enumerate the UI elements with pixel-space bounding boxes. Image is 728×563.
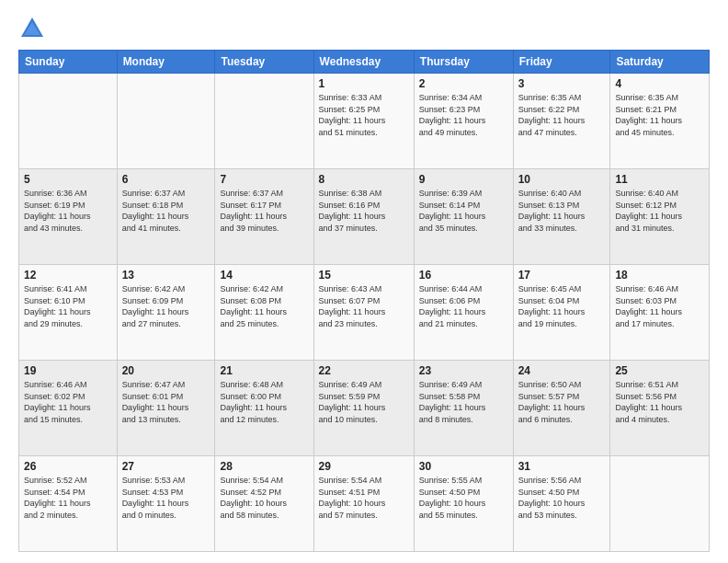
- day-info: Sunrise: 6:50 AM Sunset: 5:57 PM Dayligh…: [518, 379, 606, 425]
- day-number: 7: [220, 173, 308, 186]
- day-info: Sunrise: 6:33 AM Sunset: 6:25 PM Dayligh…: [319, 92, 409, 138]
- day-info: Sunrise: 6:43 AM Sunset: 6:07 PM Dayligh…: [319, 283, 409, 329]
- week-row-1: 1Sunrise: 6:33 AM Sunset: 6:25 PM Daylig…: [19, 74, 710, 169]
- day-cell: 1Sunrise: 6:33 AM Sunset: 6:25 PM Daylig…: [313, 74, 414, 169]
- day-number: 19: [24, 364, 112, 377]
- day-cell: 22Sunrise: 6:49 AM Sunset: 5:59 PM Dayli…: [313, 361, 414, 456]
- day-info: Sunrise: 6:35 AM Sunset: 6:21 PM Dayligh…: [615, 92, 704, 138]
- day-number: 30: [419, 460, 508, 473]
- day-info: Sunrise: 5:54 AM Sunset: 4:52 PM Dayligh…: [220, 475, 308, 521]
- day-info: Sunrise: 6:40 AM Sunset: 6:12 PM Dayligh…: [615, 188, 704, 234]
- day-number: 24: [518, 364, 606, 377]
- logo-icon: [18, 15, 46, 42]
- weekday-header-thursday: Thursday: [414, 51, 513, 74]
- day-cell: 30Sunrise: 5:55 AM Sunset: 4:50 PM Dayli…: [414, 456, 513, 552]
- day-number: 5: [24, 173, 112, 186]
- day-cell: 13Sunrise: 6:42 AM Sunset: 6:09 PM Dayli…: [117, 265, 215, 361]
- day-cell: 18Sunrise: 6:46 AM Sunset: 6:03 PM Dayli…: [610, 265, 710, 361]
- day-info: Sunrise: 6:38 AM Sunset: 6:16 PM Dayligh…: [319, 188, 409, 234]
- day-number: 16: [419, 269, 508, 282]
- day-info: Sunrise: 6:36 AM Sunset: 6:19 PM Dayligh…: [24, 188, 112, 234]
- day-cell: 23Sunrise: 6:49 AM Sunset: 5:58 PM Dayli…: [414, 361, 513, 456]
- weekday-header-friday: Friday: [513, 51, 610, 74]
- header: [18, 15, 710, 42]
- day-number: 2: [419, 77, 508, 90]
- day-info: Sunrise: 6:42 AM Sunset: 6:08 PM Dayligh…: [220, 283, 308, 329]
- day-info: Sunrise: 5:54 AM Sunset: 4:51 PM Dayligh…: [319, 475, 409, 521]
- day-number: 9: [419, 173, 508, 186]
- day-info: Sunrise: 6:49 AM Sunset: 5:58 PM Dayligh…: [419, 379, 508, 425]
- day-cell: 29Sunrise: 5:54 AM Sunset: 4:51 PM Dayli…: [313, 456, 414, 552]
- calendar-table: SundayMondayTuesdayWednesdayThursdayFrid…: [18, 50, 710, 552]
- day-number: 14: [220, 269, 308, 282]
- logo: [18, 15, 50, 42]
- day-cell: 4Sunrise: 6:35 AM Sunset: 6:21 PM Daylig…: [610, 74, 710, 169]
- day-cell: 20Sunrise: 6:47 AM Sunset: 6:01 PM Dayli…: [117, 361, 215, 456]
- day-cell: 27Sunrise: 5:53 AM Sunset: 4:53 PM Dayli…: [117, 456, 215, 552]
- day-cell: 15Sunrise: 6:43 AM Sunset: 6:07 PM Dayli…: [313, 265, 414, 361]
- day-cell: 6Sunrise: 6:37 AM Sunset: 6:18 PM Daylig…: [117, 169, 215, 265]
- day-cell: [215, 74, 313, 169]
- day-cell: 9Sunrise: 6:39 AM Sunset: 6:14 PM Daylig…: [414, 169, 513, 265]
- weekday-header-wednesday: Wednesday: [313, 51, 414, 74]
- week-row-5: 26Sunrise: 5:52 AM Sunset: 4:54 PM Dayli…: [19, 456, 710, 552]
- day-info: Sunrise: 6:41 AM Sunset: 6:10 PM Dayligh…: [24, 283, 112, 329]
- day-cell: 17Sunrise: 6:45 AM Sunset: 6:04 PM Dayli…: [513, 265, 610, 361]
- week-row-2: 5Sunrise: 6:36 AM Sunset: 6:19 PM Daylig…: [19, 169, 710, 265]
- day-info: Sunrise: 5:53 AM Sunset: 4:53 PM Dayligh…: [122, 475, 210, 521]
- day-info: Sunrise: 6:40 AM Sunset: 6:13 PM Dayligh…: [518, 188, 606, 234]
- day-cell: 7Sunrise: 6:37 AM Sunset: 6:17 PM Daylig…: [215, 169, 313, 265]
- day-cell: 24Sunrise: 6:50 AM Sunset: 5:57 PM Dayli…: [513, 361, 610, 456]
- weekday-header-monday: Monday: [117, 51, 215, 74]
- day-number: 11: [615, 173, 704, 186]
- day-cell: 5Sunrise: 6:36 AM Sunset: 6:19 PM Daylig…: [19, 169, 118, 265]
- day-number: 17: [518, 269, 606, 282]
- day-cell: 16Sunrise: 6:44 AM Sunset: 6:06 PM Dayli…: [414, 265, 513, 361]
- day-number: 13: [122, 269, 210, 282]
- day-info: Sunrise: 5:52 AM Sunset: 4:54 PM Dayligh…: [24, 475, 112, 521]
- day-info: Sunrise: 6:49 AM Sunset: 5:59 PM Dayligh…: [319, 379, 409, 425]
- day-cell: [19, 74, 118, 169]
- day-info: Sunrise: 6:37 AM Sunset: 6:17 PM Dayligh…: [220, 188, 308, 234]
- day-info: Sunrise: 6:45 AM Sunset: 6:04 PM Dayligh…: [518, 283, 606, 329]
- day-cell: 26Sunrise: 5:52 AM Sunset: 4:54 PM Dayli…: [19, 456, 118, 552]
- day-cell: 10Sunrise: 6:40 AM Sunset: 6:13 PM Dayli…: [513, 169, 610, 265]
- day-info: Sunrise: 6:48 AM Sunset: 6:00 PM Dayligh…: [220, 379, 308, 425]
- day-cell: 25Sunrise: 6:51 AM Sunset: 5:56 PM Dayli…: [610, 361, 710, 456]
- day-number: 29: [319, 460, 409, 473]
- day-cell: [117, 74, 215, 169]
- weekday-header-tuesday: Tuesday: [215, 51, 313, 74]
- day-number: 20: [122, 364, 210, 377]
- day-cell: 11Sunrise: 6:40 AM Sunset: 6:12 PM Dayli…: [610, 169, 710, 265]
- day-number: 4: [615, 77, 704, 90]
- day-number: 6: [122, 173, 210, 186]
- day-info: Sunrise: 6:47 AM Sunset: 6:01 PM Dayligh…: [122, 379, 210, 425]
- day-info: Sunrise: 6:35 AM Sunset: 6:22 PM Dayligh…: [518, 92, 606, 138]
- week-row-4: 19Sunrise: 6:46 AM Sunset: 6:02 PM Dayli…: [19, 361, 710, 456]
- day-cell: 19Sunrise: 6:46 AM Sunset: 6:02 PM Dayli…: [19, 361, 118, 456]
- week-row-3: 12Sunrise: 6:41 AM Sunset: 6:10 PM Dayli…: [19, 265, 710, 361]
- day-number: 21: [220, 364, 308, 377]
- weekday-header-saturday: Saturday: [610, 51, 710, 74]
- day-number: 31: [518, 460, 606, 473]
- day-number: 1: [319, 77, 409, 90]
- day-info: Sunrise: 6:42 AM Sunset: 6:09 PM Dayligh…: [122, 283, 210, 329]
- day-info: Sunrise: 6:44 AM Sunset: 6:06 PM Dayligh…: [419, 283, 508, 329]
- day-cell: 21Sunrise: 6:48 AM Sunset: 6:00 PM Dayli…: [215, 361, 313, 456]
- day-number: 22: [319, 364, 409, 377]
- day-info: Sunrise: 5:56 AM Sunset: 4:50 PM Dayligh…: [518, 475, 606, 521]
- day-number: 12: [24, 269, 112, 282]
- day-cell: 12Sunrise: 6:41 AM Sunset: 6:10 PM Dayli…: [19, 265, 118, 361]
- day-number: 8: [319, 173, 409, 186]
- page: SundayMondayTuesdayWednesdayThursdayFrid…: [0, 0, 728, 563]
- day-info: Sunrise: 6:51 AM Sunset: 5:56 PM Dayligh…: [615, 379, 704, 425]
- weekday-header-row: SundayMondayTuesdayWednesdayThursdayFrid…: [19, 51, 710, 74]
- day-cell: 31Sunrise: 5:56 AM Sunset: 4:50 PM Dayli…: [513, 456, 610, 552]
- day-number: 25: [615, 364, 704, 377]
- day-number: 23: [419, 364, 508, 377]
- day-number: 15: [319, 269, 409, 282]
- day-number: 10: [518, 173, 606, 186]
- weekday-header-sunday: Sunday: [19, 51, 118, 74]
- day-info: Sunrise: 6:46 AM Sunset: 6:02 PM Dayligh…: [24, 379, 112, 425]
- day-cell: 14Sunrise: 6:42 AM Sunset: 6:08 PM Dayli…: [215, 265, 313, 361]
